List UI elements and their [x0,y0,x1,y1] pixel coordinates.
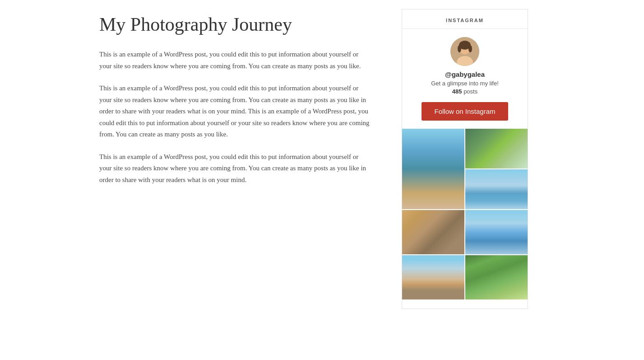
instagram-profile: @gabygalea Get a glimpse into my life! 4… [402,37,528,95]
instagram-posts-count: 485 posts [452,88,477,95]
instagram-username: @gabygalea [445,70,485,78]
instagram-photo-3[interactable] [465,169,528,209]
svg-point-6 [468,45,472,52]
avatar [450,37,479,66]
instagram-photo-5[interactable] [465,210,528,254]
paragraph-2: This is an example of a WordPress post, … [99,83,370,140]
instagram-photo-4[interactable] [402,210,464,254]
instagram-photo-2[interactable] [465,129,528,168]
instagram-photo-7[interactable] [465,255,528,299]
main-content: My Photography Journey This is an exampl… [0,0,397,360]
svg-point-5 [458,45,461,52]
paragraph-1: This is an example of a WordPress post, … [99,49,370,72]
sidebar: INSTAGRAM @gabygalea Get a glimpse into … [397,0,537,360]
avatar-image [450,37,479,66]
follow-instagram-button[interactable]: Follow on Instagram [422,102,508,121]
instagram-section-header: INSTAGRAM [402,9,528,29]
instagram-bio: Get a glimpse into my life! [431,80,499,87]
instagram-widget: INSTAGRAM @gabygalea Get a glimpse into … [402,9,528,309]
instagram-photo-6[interactable] [402,255,464,299]
page-title: My Photography Journey [99,14,370,35]
instagram-photo-1[interactable] [402,129,464,209]
instagram-photo-grid [402,129,528,299]
paragraph-3: This is an example of a WordPress post, … [99,151,370,186]
